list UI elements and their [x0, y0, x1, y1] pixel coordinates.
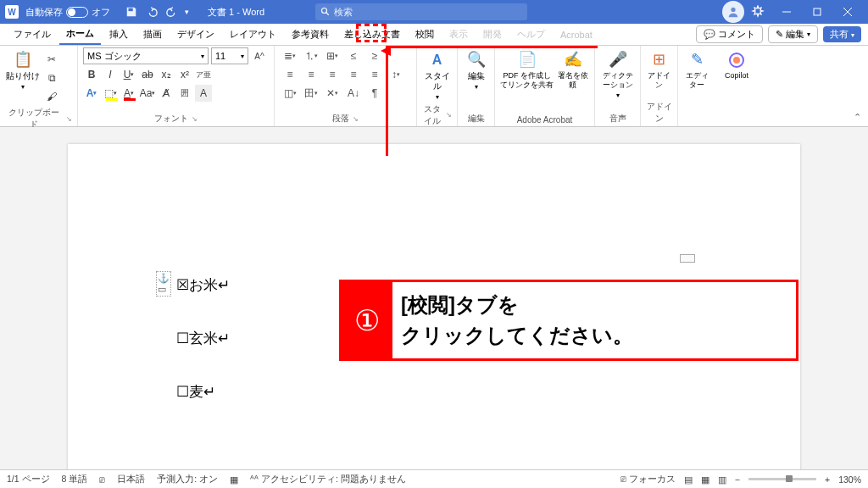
tab-view[interactable]: 表示: [442, 25, 475, 44]
callout-number: ①: [342, 282, 392, 358]
distributed-button[interactable]: ≡: [364, 66, 385, 83]
phonetic-guide-button[interactable]: ア亜: [195, 66, 212, 83]
view-read-button[interactable]: ▤: [684, 474, 693, 485]
strikethrough-button[interactable]: ab: [139, 66, 156, 83]
comments-button[interactable]: 💬コメント: [696, 25, 763, 43]
tab-help[interactable]: ヘルプ: [510, 25, 552, 44]
tab-mailings[interactable]: 差し込み文書: [337, 25, 407, 44]
asian-layout-button[interactable]: ✕▾: [322, 85, 342, 102]
paste-button[interactable]: 📋 貼り付け ▾: [5, 47, 41, 92]
tab-home[interactable]: ホーム: [59, 24, 101, 45]
grow-font-button[interactable]: A^: [251, 47, 268, 64]
ruler-indent-marker[interactable]: [680, 254, 695, 263]
tab-file[interactable]: ファイル: [7, 25, 58, 44]
text-predictions-icon[interactable]: ⎚: [99, 474, 105, 485]
qat-dropdown[interactable]: ▾: [185, 8, 189, 16]
page-count[interactable]: 1/1 ページ: [7, 474, 50, 485]
redo-button[interactable]: [164, 4, 180, 19]
checkbox-line-3[interactable]: ☐麦↵: [176, 382, 230, 402]
search-placeholder: 検索: [334, 6, 353, 19]
tab-insert[interactable]: 挿入: [103, 25, 135, 44]
character-shading-button[interactable]: A: [195, 85, 212, 102]
clipboard-launcher[interactable]: ↘: [66, 115, 72, 123]
checkbox-line-1[interactable]: ☒お米↵: [176, 275, 230, 295]
font-name-combo[interactable]: MS ゴシック▾: [83, 47, 209, 64]
zoom-in-button[interactable]: +: [825, 474, 830, 485]
share-button[interactable]: 共有 ▾: [823, 26, 861, 42]
align-right-button[interactable]: ≡: [322, 66, 342, 83]
character-border-button[interactable]: 囲: [176, 85, 193, 102]
text-effects-button[interactable]: A▾: [83, 85, 100, 102]
minimize-button[interactable]: [771, 0, 802, 24]
view-web-button[interactable]: ▥: [718, 474, 726, 485]
view-print-button[interactable]: ▦: [701, 474, 709, 485]
change-case-button[interactable]: Aa▾: [139, 85, 156, 102]
checkbox-line-2[interactable]: ☐玄米↵: [176, 329, 230, 348]
copy-button[interactable]: ⧉: [43, 69, 60, 86]
zoom-slider[interactable]: [748, 478, 816, 480]
highlight-button[interactable]: ⬚▾: [102, 85, 119, 102]
align-center-button[interactable]: ≡: [301, 66, 321, 83]
tab-developer[interactable]: 開発: [476, 25, 509, 44]
shading-button[interactable]: ◫▾: [280, 85, 300, 102]
svg-rect-0: [129, 8, 133, 12]
maximize-button[interactable]: [802, 0, 832, 24]
font-launcher[interactable]: ↘: [192, 115, 198, 123]
dictate-button[interactable]: 🎤 ディクテーション▾: [600, 47, 635, 99]
font-color-button[interactable]: A▾: [120, 85, 137, 102]
editing-mode-button[interactable]: ✎編集▾: [768, 25, 818, 43]
callout-arrow: [386, 46, 598, 156]
bold-button[interactable]: B: [83, 66, 100, 83]
justify-button[interactable]: ≡: [343, 66, 364, 83]
save-button[interactable]: [124, 4, 139, 19]
svg-rect-5: [814, 8, 821, 15]
account-button[interactable]: [722, 1, 744, 23]
macro-icon[interactable]: ▦: [230, 474, 238, 485]
paste-icon: 📋: [14, 51, 32, 69]
tab-acrobat[interactable]: Acrobat: [554, 26, 599, 43]
borders-button[interactable]: 田▾: [301, 85, 321, 102]
undo-button[interactable]: [144, 4, 159, 19]
sort-button[interactable]: A↓: [343, 85, 364, 102]
cut-button[interactable]: ✂: [43, 51, 60, 68]
decrease-indent-button[interactable]: ≤: [343, 47, 364, 64]
search-box[interactable]: 検索: [315, 3, 527, 20]
format-painter-button[interactable]: 🖌: [43, 88, 60, 105]
editor-button[interactable]: ✎ エディター: [683, 47, 710, 90]
word-count[interactable]: 8 単語: [62, 474, 88, 485]
language[interactable]: 日本語: [117, 474, 145, 485]
subscript-button[interactable]: x₂: [158, 66, 175, 83]
clear-formatting-button[interactable]: A̸: [158, 85, 175, 102]
autosave-toggle[interactable]: 自動保存 オフ: [25, 6, 110, 19]
coming-soon-button[interactable]: [751, 5, 765, 19]
zoom-out-button[interactable]: −: [735, 474, 740, 485]
accessibility-status[interactable]: ᴬᴬ アクセシビリティ: 問題ありません: [250, 474, 406, 485]
multilevel-button[interactable]: ⊞▾: [322, 47, 342, 64]
tab-review[interactable]: 校閲: [409, 25, 441, 44]
tab-layout[interactable]: レイアウト: [223, 25, 283, 44]
collapse-ribbon-button[interactable]: ⌃: [854, 112, 861, 123]
tab-design[interactable]: デザイン: [170, 25, 221, 44]
document-title: 文書 1 - Word: [208, 6, 264, 19]
addins-button[interactable]: ⊞ アドイン: [646, 47, 672, 90]
document-content[interactable]: ☒お米↵ ☐玄米↵ ☐麦↵: [176, 275, 230, 435]
font-size-combo[interactable]: 11▾: [211, 47, 248, 64]
focus-mode-button[interactable]: ⎚ フォーカス: [620, 474, 676, 485]
show-marks-button[interactable]: ¶: [364, 85, 385, 102]
numbering-button[interactable]: ⒈▾: [301, 47, 321, 64]
ime-status[interactable]: 予測入力: オン: [157, 474, 218, 485]
close-button[interactable]: [832, 0, 863, 24]
italic-button[interactable]: I: [102, 66, 119, 83]
document-area[interactable]: ⚓▭ ☒お米↵ ☐玄米↵ ☐麦↵ ① [校閲]タブをクリックしてください。: [0, 127, 868, 469]
zoom-level[interactable]: 130%: [838, 474, 861, 485]
align-left-button[interactable]: ≡: [280, 66, 300, 83]
autosave-label: 自動保存: [25, 6, 63, 19]
font-label: フォント: [154, 113, 188, 125]
tab-draw[interactable]: 描画: [136, 25, 169, 44]
paragraph-launcher[interactable]: ↘: [353, 115, 359, 123]
superscript-button[interactable]: x²: [176, 66, 193, 83]
underline-button[interactable]: U▾: [120, 66, 137, 83]
copilot-button[interactable]: Copilot: [721, 47, 753, 80]
tab-references[interactable]: 参考資料: [285, 25, 336, 44]
bullets-button[interactable]: ≣▾: [280, 47, 300, 64]
